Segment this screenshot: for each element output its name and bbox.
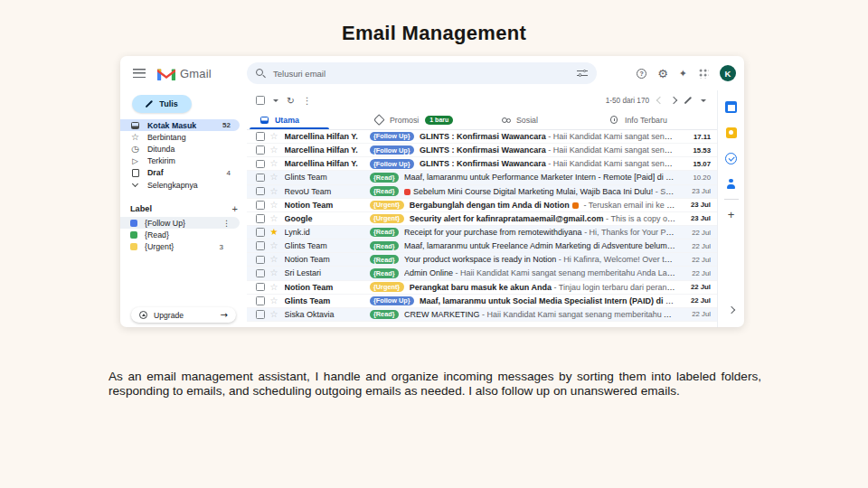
email-row[interactable]: Glints Team {Read} Maaf, lamaranmu untuk… [247, 239, 717, 253]
email-row[interactable]: Notion Team {Read} Your product workspac… [247, 253, 717, 267]
label-chip[interactable]: {Follow Up} [370, 159, 415, 168]
tab-sosial[interactable]: Sosial [488, 110, 597, 129]
more-options-icon[interactable] [303, 96, 312, 106]
upgrade-button[interactable]: Upgrade [131, 307, 236, 323]
sidebar-item[interactable]: Terkirim [120, 155, 240, 167]
sidebar-item[interactable]: Kotak Masuk 52 [120, 119, 240, 131]
sidebar-label[interactable]: {Follow Up} [120, 217, 240, 229]
row-checkbox[interactable] [256, 269, 265, 278]
email-row[interactable]: Google {Urgent} Security alert for kafin… [247, 212, 717, 226]
row-checkbox[interactable] [256, 256, 265, 265]
star-icon[interactable] [270, 187, 279, 196]
sidebar-item-label: Kotak Masuk [147, 121, 215, 130]
star-icon[interactable] [270, 268, 279, 277]
menu-icon[interactable] [133, 69, 146, 78]
star-icon[interactable] [270, 214, 279, 223]
row-checkbox[interactable] [256, 241, 265, 250]
tab-promosi[interactable]: Promosi 1 baru [362, 110, 488, 129]
input-tools-pencil-icon[interactable] [684, 97, 693, 105]
row-checkbox[interactable] [256, 310, 265, 319]
email-row[interactable]: Marcellina Hilfan Y. {Follow Up} GLINTS … [247, 144, 717, 157]
star-icon[interactable] [270, 310, 279, 319]
label-chip[interactable]: {Follow Up} [370, 145, 415, 155]
keep-icon[interactable] [726, 127, 737, 138]
email-subject-line: Maaf, lamaranmu untuk Freelance Admin Ma… [404, 241, 676, 250]
account-avatar[interactable]: K [720, 65, 736, 81]
collapse-panel-icon[interactable] [727, 306, 734, 314]
search-input[interactable]: Telusuri email [273, 69, 570, 79]
row-checkbox[interactable] [256, 228, 265, 237]
input-tools-dropdown-icon[interactable] [701, 99, 706, 102]
contacts-icon[interactable] [726, 179, 737, 190]
email-snippet: - Hi Kafinra, Welcome! Over the next fe.… [556, 255, 676, 264]
older-page-icon[interactable] [670, 97, 677, 104]
star-icon[interactable] [270, 255, 279, 264]
row-checkbox[interactable] [256, 201, 265, 210]
email-row[interactable]: Glints Team {Follow Up} Maaf, lamaranmu … [247, 295, 717, 308]
refresh-icon[interactable] [287, 95, 295, 106]
label-chip[interactable]: {Read} [370, 268, 400, 277]
star-icon[interactable] [270, 283, 279, 292]
search-options-icon[interactable] [577, 69, 588, 78]
label-chip[interactable]: {Read} [370, 186, 400, 195]
get-addons-icon[interactable] [728, 209, 735, 221]
search-bar[interactable]: Telusuri email [247, 62, 597, 84]
star-icon[interactable] [270, 201, 279, 210]
row-checkbox[interactable] [256, 187, 265, 196]
email-row[interactable]: Glints Team {Read} Maaf, lamaranmu untuk… [247, 171, 717, 184]
star-icon[interactable] [270, 145, 279, 155]
help-icon[interactable] [637, 69, 646, 79]
sidebar-item[interactable]: Draf 4 [120, 167, 240, 179]
calendar-icon[interactable] [725, 101, 737, 113]
email-row[interactable]: Siska Oktavia {Read} CREW MARKETING - Ha… [247, 308, 717, 322]
compose-button[interactable]: Tulis [132, 95, 192, 113]
sidebar-item[interactable]: Selengkapnya [120, 179, 240, 191]
label-menu-icon[interactable] [222, 219, 231, 228]
label-chip[interactable]: {Urgent} [370, 282, 404, 291]
label-chip[interactable]: {Follow Up} [370, 296, 415, 305]
row-checkbox[interactable] [256, 145, 265, 155]
label-chip[interactable]: {Urgent} [370, 201, 404, 210]
sidebar-label[interactable]: {Read} [120, 229, 240, 240]
email-row[interactable]: RevoU Team {Read} Sebelum Mini Course Di… [247, 185, 717, 199]
email-row[interactable]: Notion Team {Urgent} Bergabunglah dengan… [247, 199, 717, 212]
sidebar-label[interactable]: {Urgent} 3 [120, 241, 240, 253]
row-checkbox[interactable] [256, 174, 265, 183]
row-checkbox[interactable] [256, 214, 265, 223]
star-icon[interactable] [270, 159, 279, 168]
sidebar-item[interactable]: Ditunda [120, 143, 240, 155]
tasks-icon[interactable] [725, 153, 737, 164]
settings-gear-icon[interactable] [657, 67, 668, 80]
star-icon[interactable] [270, 228, 279, 237]
row-checkbox[interactable] [256, 160, 265, 169]
google-apps-grid-icon[interactable] [698, 68, 709, 79]
star-icon[interactable] [270, 173, 279, 182]
label-chip[interactable]: {Read} [370, 241, 400, 250]
tab-info-terbaru[interactable]: Info Terbaru [597, 110, 717, 129]
tab-utama[interactable]: Utama [247, 110, 362, 129]
sidebar-item-icon [130, 169, 140, 178]
email-row[interactable]: Lynk.id {Read} Receipt for your purchase… [247, 226, 717, 239]
select-dropdown-icon[interactable] [273, 99, 278, 102]
label-chip[interactable]: {Follow Up} [370, 132, 415, 141]
row-checkbox[interactable] [256, 296, 265, 305]
label-chip[interactable]: {Read} [370, 228, 400, 237]
select-all-checkbox[interactable] [256, 96, 265, 105]
row-checkbox[interactable] [256, 283, 265, 292]
email-row[interactable]: Notion Team {Urgent} Perangkat baru masu… [247, 281, 717, 295]
star-icon[interactable] [270, 132, 279, 141]
label-chip[interactable]: {Read} [370, 255, 400, 264]
email-row[interactable]: Marcellina Hilfan Y. {Follow Up} GLINTS … [247, 130, 717, 144]
label-chip[interactable]: {Urgent} [370, 214, 404, 223]
star-icon[interactable] [270, 241, 279, 250]
label-chip[interactable]: {Read} [370, 310, 400, 319]
gemini-sparkle-icon[interactable] [679, 68, 687, 80]
label-chip[interactable]: {Read} [370, 173, 400, 182]
email-row[interactable]: Marcellina Hilfan Y. {Follow Up} GLINTS … [247, 157, 717, 171]
star-icon[interactable] [270, 296, 279, 305]
sidebar-item[interactable]: Berbintang [120, 131, 240, 143]
add-label-icon[interactable] [232, 203, 238, 214]
email-row[interactable]: Sri Lestari {Read} Admin Online - Haii K… [247, 267, 717, 280]
row-checkbox[interactable] [256, 132, 265, 141]
newer-page-icon[interactable] [656, 97, 664, 104]
